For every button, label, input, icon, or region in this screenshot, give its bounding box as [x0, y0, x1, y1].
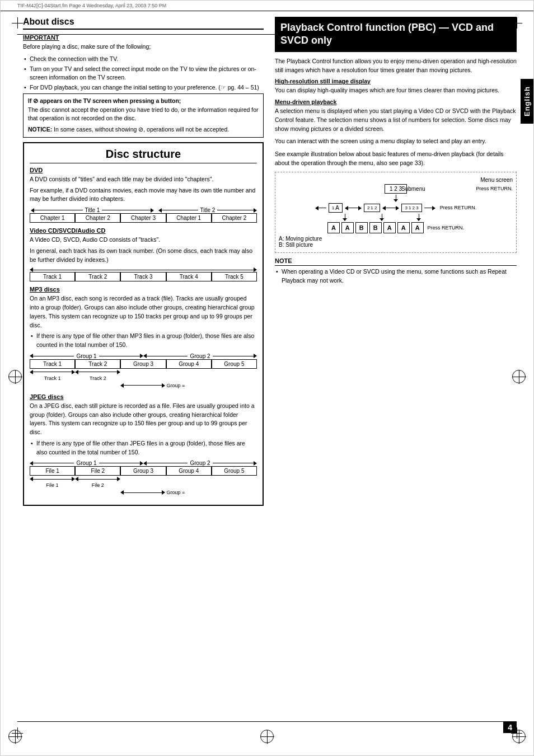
- dvd-body1: A DVD consists of "titles" and each titl…: [30, 175, 257, 184]
- videocd-diagram: Track 1 Track 2 Track 3 Track 4 Track 5: [30, 267, 257, 281]
- pbc-diagram: Menu screen 1 2 3 Submenu Press RETURN.: [275, 172, 517, 253]
- pbc-row2: 1A 21 2 31: [279, 203, 513, 213]
- pbc-A3: A: [383, 222, 396, 233]
- page: TIF-M42[C]-04Start.fm Page 4 Wednesday, …: [0, 0, 534, 756]
- press-return-3: Press RETURN.: [428, 225, 465, 231]
- page-number: 4: [503, 722, 517, 733]
- mp3-diagram: Group 1 Group 2 Track 1: [30, 353, 257, 389]
- about-discs-title: About discs: [23, 17, 264, 30]
- cross-mark-left: [8, 370, 22, 383]
- pbc-B2: B: [369, 222, 382, 233]
- cross-mark-bc: [260, 730, 274, 743]
- jpeg-diagram: Group 1 Group 2 File 1: [30, 460, 257, 496]
- pbc-ab-labels: A: Moving picture B: Still picture: [279, 236, 513, 248]
- pbc-B1: B: [355, 222, 368, 233]
- notice-if-body: The disc cannot accept the operation you…: [28, 106, 259, 124]
- high-res-label: High-resolution still image display: [275, 78, 517, 84]
- page-header: TIF-M42[C]-04Start.fm Page 4 Wednesday, …: [1, 1, 533, 11]
- high-res-body: You can display high-quality images whic…: [275, 86, 517, 95]
- disc-structure-title: Disc structure: [30, 148, 257, 163]
- menu-driven-label: Menu-driven playback: [275, 98, 517, 105]
- left-column: About discs IMPORTANT Before playing a d…: [23, 17, 264, 510]
- header-text: TIF-M42[C]-04Start.fm Page 4 Wednesday, …: [17, 3, 166, 8]
- important-intro: Before playing a disc, make sure of the …: [23, 43, 264, 51]
- menu-screen-label: Menu screen: [480, 177, 513, 183]
- right-column: Playback Control function (PBC) — VCD an…: [275, 17, 517, 510]
- bottom-border: [17, 721, 517, 722]
- main-content: About discs IMPORTANT Before playing a d…: [1, 11, 533, 516]
- pbc-row3: A A B B A A A Press RETURN.: [279, 222, 513, 233]
- pbc-down-arrows-2: [279, 214, 513, 221]
- pbc-A1: A: [327, 222, 340, 233]
- cross-mark-right: [512, 370, 526, 383]
- notice-box: If ⊘ appears on the TV screen when press…: [23, 93, 264, 138]
- pbc-A2: A: [341, 222, 354, 233]
- dvd-diagram: Title 1 Title 2: [30, 207, 257, 223]
- notice-if-line: If ⊘ appears on the TV screen when press…: [28, 97, 259, 106]
- jpeg-body1: On a JPEG disc, each still picture is re…: [30, 402, 257, 437]
- mp3-label: MP3 discs: [30, 286, 257, 293]
- corner-mark-tl: [12, 17, 23, 29]
- pbc-A5: A: [411, 222, 424, 233]
- notice-text: NOTICE: In some cases, without showing ⊘…: [28, 125, 259, 134]
- dvd-label: DVD: [30, 167, 257, 173]
- note-box: NOTE When operating a Video CD or SVCD u…: [275, 257, 517, 285]
- pbc-item-3123: 31 2 3: [401, 204, 421, 212]
- jpeg-label: JPEG discs: [30, 393, 257, 400]
- mp3-body1: On an MP3 disc, each song is recorded as…: [30, 294, 257, 330]
- menu-driven-body3: See example illustration below about bas…: [275, 149, 517, 168]
- pbc-item-1a: 1A: [329, 203, 343, 213]
- note-label: NOTE: [275, 257, 517, 266]
- pbc-down-arrow-1: [279, 195, 513, 202]
- videocd-body2: In general, each track has its own track…: [30, 247, 257, 265]
- cross-mark-bl: [8, 730, 22, 743]
- mp3-bullet: If there is any type of file other than …: [30, 332, 257, 350]
- videocd-body1: A Video CD, SVCD, Audio CD consists of "…: [30, 236, 257, 245]
- videocd-label: Video CD/SVCD/Audio CD: [30, 227, 257, 234]
- menu-driven-body2: You can interact with the screen using a…: [275, 137, 517, 145]
- press-return-1: Press RETURN.: [476, 186, 513, 192]
- top-border: [17, 34, 517, 35]
- language-tab: English: [521, 79, 533, 124]
- important-bullet-1: Check the connection with the TV.: [23, 55, 264, 64]
- important-bullet-3: For DVD playback, you can change the ini…: [23, 83, 264, 92]
- menu-driven-body1: A selection menu is displayed when you s…: [275, 106, 517, 134]
- important-bullet-2: Turn on your TV and select the correct i…: [23, 65, 264, 83]
- submenu-label: Submenu: [401, 186, 425, 192]
- note-bullet: When operating a Video CD or SVCD using …: [275, 267, 517, 285]
- corner-mark-tr: [511, 17, 522, 29]
- press-return-2: Press RETURN.: [440, 205, 477, 211]
- pbc-A4: A: [397, 222, 410, 233]
- important-label: IMPORTANT: [23, 34, 264, 41]
- pbc-intro: The Playback Control function allows you…: [275, 57, 517, 75]
- pbc-item-212: 21 2: [364, 204, 381, 212]
- dvd-body2: For example, if a DVD contains movies, e…: [30, 186, 257, 204]
- jpeg-bullet: If there is any type of file other than …: [30, 439, 257, 457]
- disc-structure-box: Disc structure DVD A DVD consists of "ti…: [23, 142, 264, 506]
